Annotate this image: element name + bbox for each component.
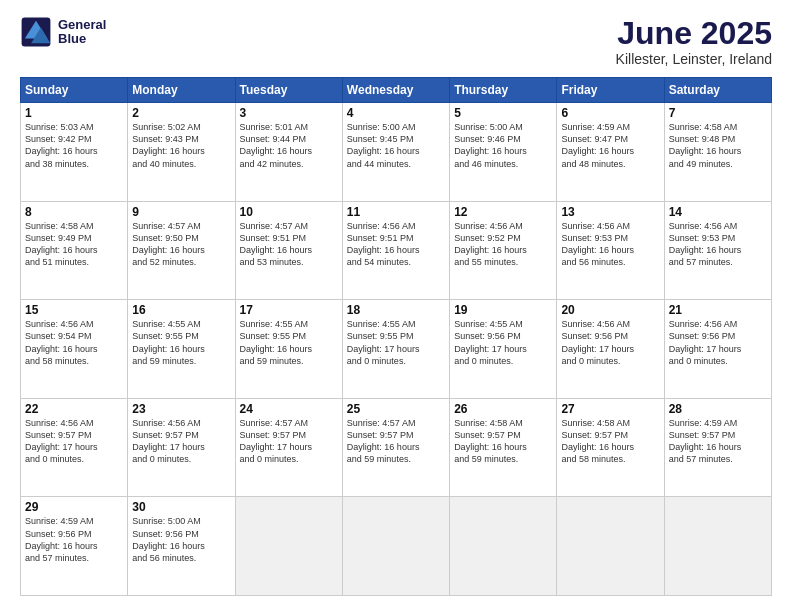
title-block: June 2025 Killester, Leinster, Ireland — [616, 16, 772, 67]
calendar-day-header: Monday — [128, 78, 235, 103]
calendar-title: June 2025 — [616, 16, 772, 51]
calendar-week-row: 15Sunrise: 4:56 AMSunset: 9:54 PMDayligh… — [21, 300, 772, 399]
calendar-day-cell: 22Sunrise: 4:56 AMSunset: 9:57 PMDayligh… — [21, 398, 128, 497]
day-info: Sunrise: 4:59 AMSunset: 9:56 PMDaylight:… — [25, 515, 123, 564]
day-info: Sunrise: 5:03 AMSunset: 9:42 PMDaylight:… — [25, 121, 123, 170]
day-info: Sunrise: 4:58 AMSunset: 9:48 PMDaylight:… — [669, 121, 767, 170]
calendar-day-cell: 18Sunrise: 4:55 AMSunset: 9:55 PMDayligh… — [342, 300, 449, 399]
calendar-day-cell: 2Sunrise: 5:02 AMSunset: 9:43 PMDaylight… — [128, 103, 235, 202]
calendar-day-cell: 28Sunrise: 4:59 AMSunset: 9:57 PMDayligh… — [664, 398, 771, 497]
day-info: Sunrise: 5:02 AMSunset: 9:43 PMDaylight:… — [132, 121, 230, 170]
day-number: 9 — [132, 205, 230, 219]
calendar-day-cell — [664, 497, 771, 596]
calendar-day-cell: 10Sunrise: 4:57 AMSunset: 9:51 PMDayligh… — [235, 201, 342, 300]
calendar-day-cell: 26Sunrise: 4:58 AMSunset: 9:57 PMDayligh… — [450, 398, 557, 497]
calendar-day-cell: 20Sunrise: 4:56 AMSunset: 9:56 PMDayligh… — [557, 300, 664, 399]
calendar-day-cell: 7Sunrise: 4:58 AMSunset: 9:48 PMDaylight… — [664, 103, 771, 202]
day-number: 15 — [25, 303, 123, 317]
logo-text: General Blue — [58, 18, 106, 47]
calendar-day-header: Friday — [557, 78, 664, 103]
day-info: Sunrise: 5:00 AMSunset: 9:46 PMDaylight:… — [454, 121, 552, 170]
day-number: 10 — [240, 205, 338, 219]
day-number: 22 — [25, 402, 123, 416]
day-number: 7 — [669, 106, 767, 120]
day-number: 14 — [669, 205, 767, 219]
calendar-day-header: Saturday — [664, 78, 771, 103]
header: General Blue June 2025 Killester, Leinst… — [20, 16, 772, 67]
day-info: Sunrise: 4:56 AMSunset: 9:56 PMDaylight:… — [561, 318, 659, 367]
day-info: Sunrise: 4:56 AMSunset: 9:54 PMDaylight:… — [25, 318, 123, 367]
day-info: Sunrise: 4:56 AMSunset: 9:57 PMDaylight:… — [132, 417, 230, 466]
calendar-day-cell: 15Sunrise: 4:56 AMSunset: 9:54 PMDayligh… — [21, 300, 128, 399]
day-number: 17 — [240, 303, 338, 317]
calendar-day-cell: 12Sunrise: 4:56 AMSunset: 9:52 PMDayligh… — [450, 201, 557, 300]
day-info: Sunrise: 4:55 AMSunset: 9:55 PMDaylight:… — [347, 318, 445, 367]
calendar-day-header: Thursday — [450, 78, 557, 103]
calendar-day-cell: 11Sunrise: 4:56 AMSunset: 9:51 PMDayligh… — [342, 201, 449, 300]
day-info: Sunrise: 4:57 AMSunset: 9:57 PMDaylight:… — [347, 417, 445, 466]
day-info: Sunrise: 4:56 AMSunset: 9:53 PMDaylight:… — [669, 220, 767, 269]
day-number: 1 — [25, 106, 123, 120]
day-number: 3 — [240, 106, 338, 120]
day-info: Sunrise: 4:58 AMSunset: 9:57 PMDaylight:… — [561, 417, 659, 466]
calendar-day-cell: 30Sunrise: 5:00 AMSunset: 9:56 PMDayligh… — [128, 497, 235, 596]
page: General Blue June 2025 Killester, Leinst… — [0, 0, 792, 612]
day-number: 21 — [669, 303, 767, 317]
calendar-day-cell — [235, 497, 342, 596]
day-number: 26 — [454, 402, 552, 416]
day-info: Sunrise: 4:57 AMSunset: 9:57 PMDaylight:… — [240, 417, 338, 466]
calendar-day-cell: 4Sunrise: 5:00 AMSunset: 9:45 PMDaylight… — [342, 103, 449, 202]
logo: General Blue — [20, 16, 106, 48]
logo-line1: General — [58, 18, 106, 32]
calendar-week-row: 1Sunrise: 5:03 AMSunset: 9:42 PMDaylight… — [21, 103, 772, 202]
day-number: 20 — [561, 303, 659, 317]
day-number: 23 — [132, 402, 230, 416]
day-number: 29 — [25, 500, 123, 514]
calendar-day-cell: 8Sunrise: 4:58 AMSunset: 9:49 PMDaylight… — [21, 201, 128, 300]
day-info: Sunrise: 4:59 AMSunset: 9:57 PMDaylight:… — [669, 417, 767, 466]
day-info: Sunrise: 4:55 AMSunset: 9:55 PMDaylight:… — [240, 318, 338, 367]
calendar-day-cell: 27Sunrise: 4:58 AMSunset: 9:57 PMDayligh… — [557, 398, 664, 497]
calendar-day-cell: 23Sunrise: 4:56 AMSunset: 9:57 PMDayligh… — [128, 398, 235, 497]
day-info: Sunrise: 4:58 AMSunset: 9:49 PMDaylight:… — [25, 220, 123, 269]
day-number: 18 — [347, 303, 445, 317]
day-number: 16 — [132, 303, 230, 317]
day-number: 8 — [25, 205, 123, 219]
calendar-day-cell: 16Sunrise: 4:55 AMSunset: 9:55 PMDayligh… — [128, 300, 235, 399]
calendar-day-header: Sunday — [21, 78, 128, 103]
calendar-day-header: Wednesday — [342, 78, 449, 103]
day-info: Sunrise: 4:58 AMSunset: 9:57 PMDaylight:… — [454, 417, 552, 466]
calendar-week-row: 8Sunrise: 4:58 AMSunset: 9:49 PMDaylight… — [21, 201, 772, 300]
day-number: 30 — [132, 500, 230, 514]
calendar-day-cell: 3Sunrise: 5:01 AMSunset: 9:44 PMDaylight… — [235, 103, 342, 202]
day-number: 2 — [132, 106, 230, 120]
calendar-day-cell: 14Sunrise: 4:56 AMSunset: 9:53 PMDayligh… — [664, 201, 771, 300]
calendar-subtitle: Killester, Leinster, Ireland — [616, 51, 772, 67]
day-info: Sunrise: 5:00 AMSunset: 9:56 PMDaylight:… — [132, 515, 230, 564]
logo-line2: Blue — [58, 32, 106, 46]
calendar-day-cell: 6Sunrise: 4:59 AMSunset: 9:47 PMDaylight… — [557, 103, 664, 202]
calendar-day-cell: 13Sunrise: 4:56 AMSunset: 9:53 PMDayligh… — [557, 201, 664, 300]
calendar-day-cell: 1Sunrise: 5:03 AMSunset: 9:42 PMDaylight… — [21, 103, 128, 202]
day-number: 12 — [454, 205, 552, 219]
day-info: Sunrise: 5:01 AMSunset: 9:44 PMDaylight:… — [240, 121, 338, 170]
day-number: 5 — [454, 106, 552, 120]
calendar-day-cell: 9Sunrise: 4:57 AMSunset: 9:50 PMDaylight… — [128, 201, 235, 300]
day-info: Sunrise: 4:56 AMSunset: 9:51 PMDaylight:… — [347, 220, 445, 269]
day-info: Sunrise: 4:56 AMSunset: 9:57 PMDaylight:… — [25, 417, 123, 466]
day-info: Sunrise: 4:55 AMSunset: 9:56 PMDaylight:… — [454, 318, 552, 367]
calendar-day-cell — [342, 497, 449, 596]
day-info: Sunrise: 4:57 AMSunset: 9:50 PMDaylight:… — [132, 220, 230, 269]
calendar-day-cell: 24Sunrise: 4:57 AMSunset: 9:57 PMDayligh… — [235, 398, 342, 497]
calendar-day-cell: 5Sunrise: 5:00 AMSunset: 9:46 PMDaylight… — [450, 103, 557, 202]
day-number: 28 — [669, 402, 767, 416]
logo-icon — [20, 16, 52, 48]
day-info: Sunrise: 4:56 AMSunset: 9:53 PMDaylight:… — [561, 220, 659, 269]
calendar-week-row: 29Sunrise: 4:59 AMSunset: 9:56 PMDayligh… — [21, 497, 772, 596]
calendar-day-cell — [450, 497, 557, 596]
day-info: Sunrise: 4:56 AMSunset: 9:52 PMDaylight:… — [454, 220, 552, 269]
calendar-day-cell: 29Sunrise: 4:59 AMSunset: 9:56 PMDayligh… — [21, 497, 128, 596]
day-number: 6 — [561, 106, 659, 120]
calendar-day-cell: 25Sunrise: 4:57 AMSunset: 9:57 PMDayligh… — [342, 398, 449, 497]
day-info: Sunrise: 4:56 AMSunset: 9:56 PMDaylight:… — [669, 318, 767, 367]
